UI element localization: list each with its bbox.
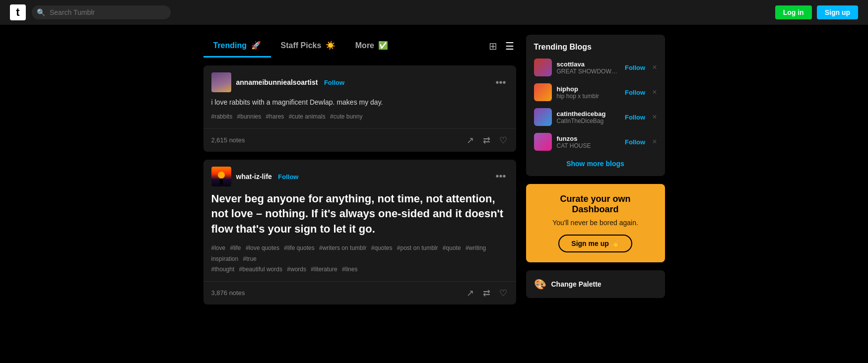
dismiss-button-scottlava[interactable]: × [652, 63, 657, 72]
main-layout: Trending 🚀 Staff Picks ☀️ More ✅ ⊞ ☰ [0, 25, 868, 322]
follow-button-hiphop[interactable]: Follow [625, 89, 645, 96]
tag[interactable]: #literature [311, 266, 337, 273]
signup-button[interactable]: Sign up [817, 5, 858, 19]
list-view-icon[interactable]: ☰ [503, 38, 516, 54]
avatar-post-1 [211, 72, 231, 92]
tag[interactable]: #thought [211, 266, 235, 273]
like-button-2[interactable]: ♡ [498, 287, 508, 300]
tab-staff-picks-emoji: ☀️ [326, 41, 335, 50]
tag[interactable]: #life quotes [284, 244, 314, 251]
header-left: t 🔍 [10, 4, 171, 20]
tag[interactable]: #bunnies [237, 113, 262, 120]
tab-staff-picks-label: Staff Picks [281, 41, 322, 50]
tab-trending-emoji: 🚀 [251, 41, 261, 50]
reblog-button-2[interactable]: ⇄ [482, 287, 491, 300]
post-follow-button-1[interactable]: Follow [324, 79, 344, 86]
blog-avatar-scottlava [534, 59, 552, 76]
tag[interactable]: #beautiful words [239, 266, 282, 273]
tag[interactable]: #writers on tumblr [319, 244, 366, 251]
curate-subtitle: You'll never be bored again. [536, 219, 655, 227]
tag[interactable]: #true [243, 255, 257, 262]
follow-button-scottlava[interactable]: Follow [625, 64, 645, 71]
avatar-image-1 [211, 72, 231, 92]
sign-me-up-button[interactable]: Sign me up 👋 [558, 235, 632, 252]
tab-staff-picks[interactable]: Staff Picks ☀️ [271, 35, 345, 58]
grid-view-icon[interactable]: ⊞ [487, 38, 499, 54]
post-meta-2: what-iz-life Follow [236, 172, 489, 181]
blog-info-funzos: funzos CAT HOUSE [557, 135, 620, 149]
change-palette-card[interactable]: 🎨 Change Palette [526, 270, 665, 298]
blog-name-scottlava: scottlava [557, 60, 620, 68]
tag[interactable]: #cute bunny [330, 113, 362, 120]
tag[interactable]: #cute animals [289, 113, 326, 120]
feed-container: Trending 🚀 Staff Picks ☀️ More ✅ ⊞ ☰ [203, 35, 516, 312]
post-header-2: what-iz-life Follow ••• [203, 160, 516, 191]
blog-avatar-hiphop [534, 83, 552, 101]
post-actions-1: ↗ ⇄ ♡ [466, 134, 508, 147]
post-more-button-2[interactable]: ••• [493, 171, 508, 182]
tab-more-label: More [355, 41, 374, 50]
tag[interactable]: #quote [443, 244, 461, 251]
show-more-blogs-button[interactable]: Show more blogs [534, 158, 657, 168]
trending-blogs-title: Trending Blogs [534, 43, 657, 52]
post-card-1: annameibunniealsoartist Follow ••• i lov… [203, 65, 516, 152]
blog-sub-scottlava: GREAT SHOWDOWNS... [557, 68, 620, 75]
tab-trending-label: Trending [213, 41, 247, 50]
tumblr-logo[interactable]: t [10, 4, 26, 20]
blog-avatar-catinthedicebag [534, 108, 552, 126]
sidebar: Trending Blogs scottlava GREAT SHOWDOWNS… [526, 35, 665, 312]
tab-more[interactable]: More ✅ [345, 35, 399, 58]
post-notes-2: 3,876 notes [211, 289, 466, 297]
tag[interactable]: #words [287, 266, 306, 273]
post-body-1: i love rabbits with a magnificent Dewlap… [203, 97, 516, 128]
dismiss-button-hiphop[interactable]: × [652, 88, 657, 97]
post-card-2: what-iz-life Follow ••• Never beg anyone… [203, 160, 516, 304]
follow-button-catinthedicebag[interactable]: Follow [625, 114, 645, 121]
curate-dashboard-card: Curate your own Dashboard You'll never b… [526, 184, 665, 262]
tag[interactable]: #lines [342, 266, 357, 273]
blog-item-catinthedicebag: catinthedicebag CatInTheDiceBag Follow × [534, 108, 657, 126]
tag[interactable]: #hares [266, 113, 284, 120]
post-tags-1: #rabbits #bunnies #hares #cute animals #… [211, 112, 508, 122]
palette-row[interactable]: 🎨 Change Palette [534, 278, 657, 290]
blog-name-catinthedicebag: catinthedicebag [557, 110, 620, 118]
blog-info-catinthedicebag: catinthedicebag CatInTheDiceBag [557, 110, 620, 124]
post-more-button-1[interactable]: ••• [493, 77, 508, 88]
post-actions-2: ↗ ⇄ ♡ [466, 287, 508, 300]
blog-sub-hiphop: hip hop x tumblr [557, 93, 620, 100]
header: t 🔍 Log in Sign up [0, 0, 868, 25]
share-button-2[interactable]: ↗ [466, 287, 475, 300]
tag[interactable]: #love [211, 244, 226, 251]
post-footer-2: 3,876 notes ↗ ⇄ ♡ [203, 281, 516, 304]
blog-item-funzos: funzos CAT HOUSE Follow × [534, 133, 657, 151]
post-text-1: i love rabbits with a magnificent Dewlap… [211, 97, 508, 108]
login-button[interactable]: Log in [775, 5, 812, 19]
post-follow-button-2[interactable]: Follow [278, 173, 298, 181]
blog-info-scottlava: scottlava GREAT SHOWDOWNS... [557, 60, 620, 75]
tag[interactable]: #quotes [371, 244, 393, 251]
dismiss-button-funzos[interactable]: × [652, 137, 657, 146]
tag[interactable]: #love quotes [246, 244, 279, 251]
palette-label: Change Palette [551, 280, 601, 288]
logo-text: t [16, 7, 19, 18]
post-username-1: annameibunniealsoartist [236, 78, 318, 86]
palette-icon: 🎨 [534, 278, 546, 290]
share-button-1[interactable]: ↗ [466, 134, 475, 147]
post-notes-1: 2,615 notes [211, 136, 466, 144]
follow-button-funzos[interactable]: Follow [625, 138, 645, 146]
reblog-button-1[interactable]: ⇄ [482, 134, 491, 147]
search-input[interactable] [32, 5, 171, 19]
dismiss-button-catinthedicebag[interactable]: × [652, 113, 657, 121]
figure-shape [220, 179, 223, 184]
trending-blogs-card: Trending Blogs scottlava GREAT SHOWDOWNS… [526, 35, 665, 176]
like-button-1[interactable]: ♡ [498, 134, 508, 147]
tag[interactable]: #rabbits [211, 113, 233, 120]
blog-sub-catinthedicebag: CatInTheDiceBag [557, 118, 620, 124]
tab-trending[interactable]: Trending 🚀 [203, 35, 271, 58]
post-tags-2: #love #life #love quotes #life quotes #w… [211, 243, 508, 275]
header-right: Log in Sign up [775, 5, 858, 19]
tag[interactable]: #post on tumblr [397, 244, 438, 251]
post-body-2: Never beg anyone for anything, not time,… [203, 191, 516, 281]
view-toggles: ⊞ ☰ [487, 38, 516, 54]
tag[interactable]: #life [230, 244, 241, 251]
